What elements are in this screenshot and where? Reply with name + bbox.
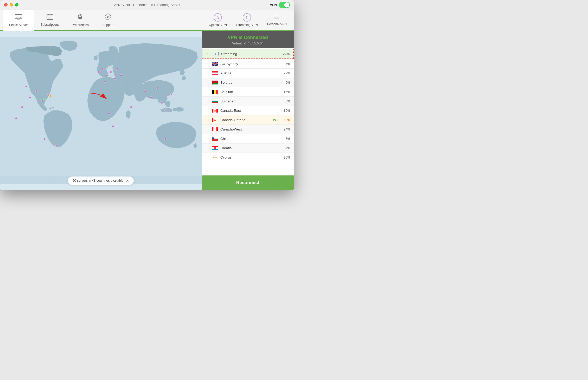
svg-rect-39 [212, 73, 218, 74]
svg-point-22 [52, 107, 54, 109]
tab-optimal-vpn[interactable]: Optimal VPN [204, 10, 232, 30]
main-content: 90 servers in 48 countries available ✕ V… [0, 31, 294, 190]
svg-rect-59 [212, 127, 214, 131]
server-load-chile: 5% [283, 137, 290, 141]
svg-rect-60 [216, 127, 218, 131]
server-row-croatia[interactable]: Croatia 7% [202, 143, 294, 153]
server-load-austria: 27% [283, 71, 290, 75]
server-load-belarus: 9% [283, 81, 290, 84]
svg-rect-70 [212, 155, 218, 159]
tab-preferences[interactable]: Preferences [66, 10, 95, 30]
server-dot-eu1 [102, 68, 104, 70]
vpn-toggle-switch[interactable] [279, 2, 290, 8]
tab-select-server-label: Select Server [9, 23, 28, 27]
server-load-belgium: 15% [283, 90, 290, 94]
server-row-belgium[interactable]: Belgium 15% [202, 87, 294, 97]
tab-personal-vpn[interactable]: Personal VPN [263, 10, 291, 30]
svg-point-13 [79, 16, 81, 18]
server-row-austria[interactable]: Austria 27% [202, 69, 294, 78]
optimal-vpn-icon [214, 13, 222, 22]
server-name-au-sydney: AU-Sydney [220, 62, 280, 66]
tab-select-server[interactable]: Select Server [3, 10, 34, 31]
server-flag-ca-ontario: 🍁 [212, 118, 218, 122]
svg-rect-61 [214, 127, 216, 131]
vpn-ip-text: Virtual IP: 45.55.5.64 [206, 41, 290, 45]
server-dot-sa2 [55, 144, 57, 146]
server-dot-na1 [25, 86, 27, 88]
server-dot-na-green [43, 98, 46, 100]
tab-streaming-vpn[interactable]: Streaming VPN [232, 10, 263, 30]
server-name-canada-east: Canada-East [220, 109, 280, 113]
support-icon: 24 [105, 13, 111, 22]
server-dot-af1 [108, 113, 110, 115]
server-dot-na6 [21, 106, 23, 108]
server-badge-p2p: P2P [273, 119, 278, 122]
server-dot-na7 [15, 117, 17, 119]
subscriptions-icon [47, 14, 53, 21]
server-row-streaming[interactable]: ✓ ▶ Streaming 22% [202, 49, 294, 59]
server-dot-eu8 [98, 71, 100, 73]
vpn-status-header: VPN is Connected Virtual IP: 45.55.5.64 [202, 31, 294, 48]
server-dot-na-orange [49, 95, 52, 97]
tab-personal-vpn-label: Personal VPN [267, 22, 287, 26]
svg-rect-46 [214, 90, 216, 94]
server-row-chile[interactable]: Chile 5% [202, 134, 294, 143]
server-name-chile: Chile [220, 137, 280, 141]
server-row-canada-west[interactable]: Canada-West 24% [202, 125, 294, 134]
server-dot-as6 [170, 93, 172, 95]
svg-marker-15 [246, 16, 248, 18]
server-dot-na5 [47, 93, 49, 95]
server-dot-sa-asia [130, 106, 132, 108]
server-row-bulgaria[interactable]: Bulgaria 3% [202, 97, 294, 106]
window-title: VPN Client - Connected to Streaming Serv… [113, 3, 180, 7]
streaming-vpn-icon [243, 13, 251, 22]
server-name-croatia: Croatia [220, 146, 280, 150]
server-list[interactable]: ✓ ▶ Streaming 22% [202, 48, 294, 175]
server-row-au-sydney[interactable]: AU-Sydney 27% [202, 59, 294, 69]
server-dot-as4 [160, 101, 162, 103]
server-row-canada-ontario[interactable]: 🍁 Canada-Ontario P2P 62% [202, 115, 294, 125]
server-load-canada-ontario: 62% [283, 118, 290, 122]
server-name-bulgaria: Bulgaria [220, 99, 280, 103]
server-row-cyprus[interactable]: Cyprus 26% [202, 153, 294, 162]
vpn-connected-text: VPN is Connected [206, 35, 290, 40]
server-dot-as1 [144, 90, 146, 92]
server-name-canada-ontario: Canada-Ontario [220, 118, 270, 122]
server-flag-hr [212, 146, 218, 150]
server-dot-na4 [41, 100, 43, 102]
svg-rect-44 [212, 81, 213, 84]
tab-optimal-vpn-label: Optimal VPN [209, 23, 227, 27]
server-load-au-sydney: 27% [283, 62, 290, 66]
server-dot-au1 [164, 138, 167, 140]
tab-subscriptions[interactable]: Subscriptions [34, 10, 66, 30]
preferences-icon [77, 13, 84, 22]
svg-rect-51 [212, 109, 214, 113]
tab-streaming-vpn-label: Streaming VPN [236, 23, 258, 27]
server-check-streaming: ✓ [206, 52, 210, 56]
server-name-canada-west: Canada-West [220, 127, 280, 131]
tab-support[interactable]: 24 Support [95, 10, 121, 30]
select-server-icon [15, 14, 22, 22]
maximize-button[interactable] [15, 3, 18, 6]
minimize-button[interactable] [10, 3, 13, 6]
server-dot-as3 [156, 87, 158, 89]
close-button[interactable] [4, 3, 8, 6]
vpn-toggle-label: VPN [270, 3, 277, 7]
server-load-canada-east: 19% [283, 109, 290, 113]
toggle-knob [284, 2, 289, 8]
tab-preferences-label: Preferences [72, 23, 89, 27]
server-dot-na3 [35, 90, 37, 92]
server-name-belgium: Belgium [220, 90, 280, 94]
svg-rect-69 [214, 147, 216, 149]
status-pill-close-button[interactable]: ✕ [126, 179, 129, 183]
server-load-cyprus: 26% [283, 155, 290, 159]
server-row-canada-east[interactable]: 🍁 Canada-East 19% [202, 106, 294, 115]
reconnect-button[interactable]: Reconnect [202, 175, 294, 190]
svg-rect-55 [212, 118, 214, 122]
server-flag-cy [212, 155, 218, 159]
vpn-toggle-area: VPN [270, 2, 290, 8]
status-pill-text: 90 servers in 48 countries available [73, 179, 124, 182]
svg-rect-0 [15, 15, 22, 19]
server-row-belarus[interactable]: Belarus 9% [202, 78, 294, 87]
svg-rect-52 [216, 109, 218, 113]
